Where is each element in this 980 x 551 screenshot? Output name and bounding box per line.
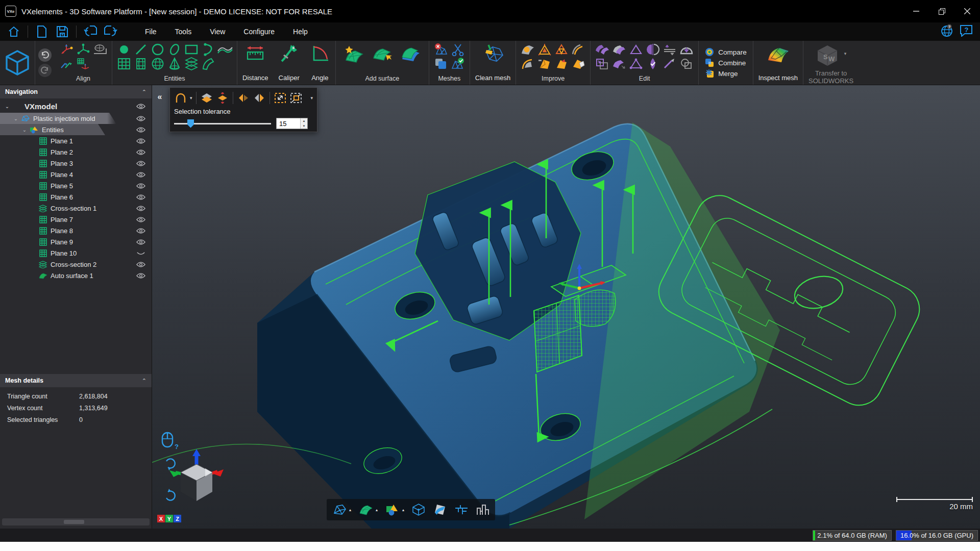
expand-chevron-icon[interactable]: ⌄ <box>3 104 11 109</box>
move-plane-icon[interactable] <box>662 43 677 56</box>
histogram-button[interactable] <box>476 503 490 516</box>
transfer-to-solidworks-button[interactable]: SW ▾ Transfer toSOLIDWORKS <box>803 41 859 85</box>
scale-icon[interactable] <box>595 57 610 70</box>
tree-item-plane-8[interactable]: Plane 8 <box>0 225 152 236</box>
visibility-eye-open-icon[interactable] <box>135 172 146 178</box>
grid-axes-align-icon[interactable] <box>76 57 91 70</box>
tree-item-plane-5[interactable]: Plane 5 <box>0 180 152 191</box>
add-surface-manual-icon[interactable] <box>372 45 393 65</box>
waterproof-check-icon[interactable] <box>645 57 660 70</box>
boolean-icon[interactable] <box>679 57 694 70</box>
circle-entity-icon[interactable] <box>150 43 165 56</box>
delete-mesh-icon[interactable] <box>433 43 449 56</box>
tree-item-cross-section-2[interactable]: Cross-section 2 <box>0 259 152 270</box>
smooth-boundary-icon[interactable] <box>571 43 586 56</box>
arc-entity-icon[interactable] <box>201 43 216 56</box>
tree-item-plastic-injection-mold[interactable]: ⌄Plastic injection mold <box>0 113 152 124</box>
menu-view[interactable]: View <box>203 24 232 39</box>
visibility-eye-open-icon[interactable] <box>135 217 146 222</box>
plane-entity-icon[interactable] <box>116 57 132 70</box>
best-fit-align-icon[interactable] <box>59 43 74 56</box>
collapse-selection-toolbar-button[interactable]: « <box>155 90 164 104</box>
fill-boundary-icon[interactable] <box>520 57 535 70</box>
visibility-eye-open-icon[interactable] <box>135 127 146 133</box>
remove-spikes-icon[interactable] <box>554 57 569 70</box>
tolerance-slider[interactable] <box>174 123 271 124</box>
visibility-eye-closed-icon[interactable] <box>135 251 146 256</box>
scissors-icon[interactable] <box>450 43 465 56</box>
mesh-details-header[interactable]: Mesh details ⌃ <box>0 374 152 387</box>
visibility-eye-open-icon[interactable] <box>135 138 146 144</box>
visibility-eye-open-icon[interactable] <box>135 239 146 245</box>
spinner-down-icon[interactable]: ▼ <box>301 123 307 129</box>
align-to-plane-icon[interactable] <box>92 43 108 56</box>
navigation-panel-header[interactable]: Navigation ⌃ <box>0 85 152 98</box>
translate-align-icon[interactable] <box>59 57 74 70</box>
tree-item-plane-3[interactable]: Plane 3 <box>0 158 152 169</box>
triangle-edit-icon[interactable] <box>628 43 644 56</box>
grow-selection-icon[interactable] <box>274 92 287 104</box>
visibility-eye-open-icon[interactable] <box>135 262 146 267</box>
home-button[interactable] <box>5 24 22 39</box>
caliper-button[interactable]: Caliper <box>274 41 305 85</box>
cylinder-entity-icon[interactable] <box>133 57 149 70</box>
menu-configure[interactable]: Configure <box>236 24 282 39</box>
new-session-button[interactable] <box>33 24 51 39</box>
minimize-button[interactable] <box>903 0 929 22</box>
more-selection-options-caret-icon[interactable]: ▾ <box>310 95 313 101</box>
redo-button[interactable] <box>38 64 52 77</box>
flip-selection-left-icon[interactable] <box>237 92 250 104</box>
repair-patch-icon[interactable] <box>537 57 552 70</box>
validate-mesh-icon[interactable] <box>450 57 465 70</box>
tree-item-entities[interactable]: ⌄Entities <box>0 124 152 135</box>
visibility-eye-open-icon[interactable] <box>135 206 146 211</box>
visibility-eye-open-icon[interactable] <box>135 161 146 166</box>
cross-section-entity-icon[interactable] <box>184 57 199 70</box>
transfer-dropdown-caret-icon[interactable]: ▾ <box>844 51 847 56</box>
select-through-icon[interactable] <box>216 92 229 104</box>
tree-item-vxmodel[interactable]: ⌄VXmodel <box>0 99 152 113</box>
caret-icon[interactable]: ▴ <box>376 508 378 512</box>
rectangle-entity-icon[interactable] <box>184 43 199 56</box>
cone-entity-icon[interactable] <box>167 57 182 70</box>
visibility-eye-open-icon[interactable] <box>135 183 146 189</box>
slider-handle[interactable] <box>187 119 194 128</box>
clipping-plane-button[interactable] <box>433 503 447 516</box>
vertex-edit-icon[interactable] <box>628 57 644 70</box>
align-entities-icon[interactable] <box>76 43 91 56</box>
collapse-details-chevron-icon[interactable]: ⌃ <box>142 378 146 384</box>
refine-icon[interactable] <box>554 43 569 56</box>
expand-chevron-icon[interactable]: ⌄ <box>12 116 20 121</box>
merge-surfaces-icon[interactable] <box>433 57 449 70</box>
defeature-icon[interactable] <box>571 57 586 70</box>
knife-icon[interactable] <box>662 57 677 70</box>
import-session-button[interactable] <box>82 24 99 39</box>
menu-tools[interactable]: Tools <box>168 24 199 39</box>
tree-item-auto-surface-1[interactable]: Auto surface 1 <box>0 270 152 281</box>
inspect-mesh-button[interactable]: Inspect mesh <box>753 41 803 85</box>
point-entity-icon[interactable] <box>116 43 132 56</box>
fill-hole-icon[interactable] <box>520 43 535 56</box>
help-bubble-icon[interactable]: ? <box>960 24 973 39</box>
panel-scrollbar[interactable] <box>2 518 150 525</box>
add-surface-boundary-icon[interactable] <box>400 45 422 65</box>
visibility-eye-open-icon[interactable] <box>135 228 146 234</box>
add-surface-auto-icon[interactable] <box>343 45 364 65</box>
tree-item-plane-9[interactable]: Plane 9 <box>0 236 152 247</box>
cross-section-view-button[interactable] <box>454 503 469 516</box>
tree-item-plane-10[interactable]: Plane 10 <box>0 247 152 259</box>
visibility-eye-open-icon[interactable] <box>135 273 146 279</box>
caret-icon[interactable]: ▴ <box>349 508 351 512</box>
polyline-entity-icon[interactable] <box>217 43 233 56</box>
tree-item-plane-4[interactable]: Plane 4 <box>0 169 152 180</box>
visibility-eye-open-icon[interactable] <box>135 149 146 155</box>
scrollbar-grip[interactable] <box>64 520 84 524</box>
caret-icon[interactable]: ▴ <box>402 508 404 512</box>
mesh-display-button[interactable]: ▴ <box>332 503 351 516</box>
decimate-icon[interactable] <box>537 43 552 56</box>
merge-button[interactable]: Merge <box>705 69 747 78</box>
project-down-icon[interactable] <box>679 43 694 56</box>
view-navigation-cube[interactable] <box>163 449 230 512</box>
vxmodel-module-icon[interactable] <box>0 41 35 85</box>
flip-selection-right-icon[interactable] <box>253 92 266 104</box>
